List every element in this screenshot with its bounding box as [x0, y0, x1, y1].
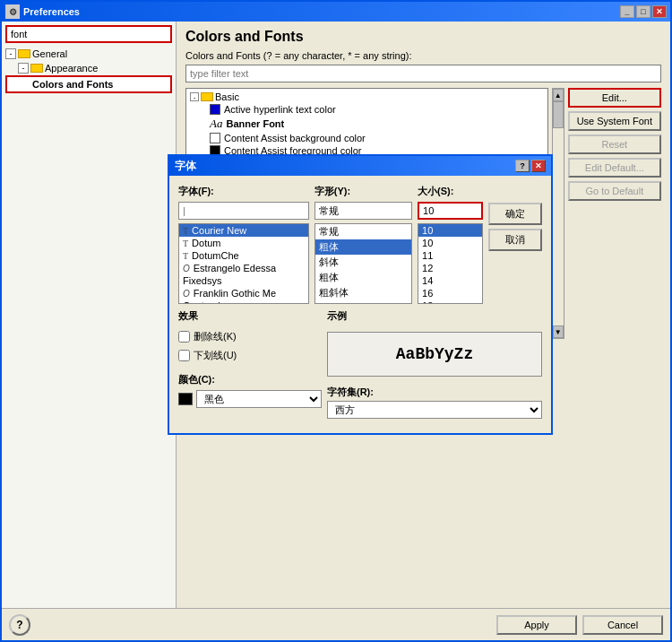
style-item-bold2[interactable]: 粗体: [315, 270, 411, 285]
charset-section: 字符集(R): 西方: [327, 386, 542, 419]
style-item-regular[interactable]: 常规: [315, 224, 411, 239]
strikethrough-label: 删除线(K): [194, 330, 237, 343]
ok-cancel-buttons: 确定 取消: [488, 185, 542, 304]
font-list-label: Courier New: [192, 225, 246, 236]
style-input[interactable]: [314, 202, 412, 220]
font-list-item-franklin[interactable]: O Franklin Gothic Me: [179, 287, 308, 299]
font-list-item-courier[interactable]: T Courier New: [179, 224, 308, 237]
folder-icon-basic: [201, 92, 213, 101]
size-item-10b[interactable]: 10: [418, 237, 482, 249]
help-button[interactable]: ?: [9, 614, 30, 636]
tree-scrollbar[interactable]: ▲ ▼: [552, 88, 564, 339]
size-label: 大小(S):: [418, 185, 483, 198]
font-list-item-estrangelo[interactable]: O Estrangelo Edessa: [179, 262, 308, 274]
font-list-item-fixedsys[interactable]: Fixedsys: [179, 274, 308, 287]
expand-appearance[interactable]: -: [18, 63, 29, 74]
cancel-button[interactable]: Cancel: [582, 615, 663, 635]
list-item-content-assist-bg[interactable]: Content Assist background color: [188, 132, 546, 144]
edit-button[interactable]: Edit...: [568, 88, 661, 108]
scroll-track: [553, 101, 564, 325]
size-list[interactable]: 10 10 11 12 14 16 18 20: [418, 223, 483, 304]
scroll-thumb[interactable]: [553, 101, 564, 128]
font-list-label: Dotum: [192, 238, 220, 248]
color-select[interactable]: 黑色: [196, 390, 322, 408]
window-title: Preferences: [23, 6, 80, 17]
charset-select[interactable]: 西方: [327, 401, 542, 419]
font-list-label: Fixedsys: [183, 275, 221, 286]
effects-column: 效果 删除线(K) 下划线(U) 颜色(C):: [178, 309, 322, 419]
preview-text: AaBbYyZz: [396, 345, 473, 363]
tree-node-basic[interactable]: - Basic: [188, 91, 546, 103]
tree-item-general[interactable]: - General: [5, 47, 172, 61]
font-list-item-gautami[interactable]: Gautami: [179, 299, 308, 304]
folder-icon-appearance: [30, 64, 43, 73]
tree-label-appearance: Appearance: [45, 63, 98, 74]
list-item-banner-font[interactable]: Aa Banner Font: [188, 116, 546, 132]
font-type-icon: O: [183, 264, 190, 273]
style-list[interactable]: 常规 粗体 斜体 粗体 粗斜体: [314, 223, 412, 304]
size-item-16[interactable]: 16: [418, 287, 482, 299]
apply-button[interactable]: Apply: [496, 615, 577, 635]
style-label-bold: 粗体: [319, 240, 339, 254]
dialog-help-button[interactable]: ?: [515, 160, 530, 172]
scroll-up-btn[interactable]: ▲: [553, 89, 564, 101]
style-label-regular: 常规: [319, 225, 339, 239]
style-item-italic[interactable]: 斜体: [315, 255, 411, 270]
style-item-bold[interactable]: 粗体: [315, 239, 411, 255]
go-to-default-button[interactable]: Go to Default: [568, 181, 661, 201]
color-section: 颜色(C): 黑色: [178, 373, 322, 408]
strikethrough-row: 删除线(K): [178, 330, 322, 343]
font-icon-banner: Aa: [210, 117, 222, 131]
size-item-11[interactable]: 11: [418, 249, 482, 262]
size-item-12[interactable]: 12: [418, 262, 482, 274]
close-button[interactable]: ✕: [652, 5, 667, 18]
underline-checkbox[interactable]: [178, 350, 190, 361]
list-item-active-hyperlink[interactable]: Active hyperlink text color: [188, 103, 546, 116]
size-column: 大小(S): 10 10 11 12 14 16 18 20: [418, 185, 483, 304]
font-label: 字体(F):: [178, 185, 309, 198]
size-input[interactable]: [418, 202, 483, 220]
preview-box: AaBbYyZz: [327, 332, 542, 377]
style-item-bolditalic[interactable]: 粗斜体: [315, 285, 411, 300]
font-type-icon: T: [183, 251, 188, 261]
font-list[interactable]: T Courier New T Dotum T DotumChe O: [178, 223, 309, 304]
filter-input[interactable]: [185, 65, 661, 82]
size-item-10a[interactable]: 10: [418, 224, 482, 237]
color-swatch-active-hyperlink: [210, 104, 220, 115]
dialog-cancel-button[interactable]: 取消: [488, 229, 542, 251]
expand-icon-basic[interactable]: -: [190, 92, 199, 101]
action-buttons: Edit... Use System Font Reset Edit Defau…: [568, 88, 661, 339]
size-item-18[interactable]: 18: [418, 299, 482, 304]
dialog-close-button[interactable]: ✕: [531, 160, 546, 172]
maximize-button[interactable]: □: [636, 5, 650, 18]
font-list-item-dotum[interactable]: T Dotum: [179, 237, 308, 249]
use-system-font-button[interactable]: Use System Font: [568, 111, 661, 131]
edit-default-button[interactable]: Edit Default...: [568, 158, 661, 178]
titlebar-controls: _ □ ✕: [620, 5, 667, 18]
strikethrough-checkbox[interactable]: [178, 331, 190, 343]
tree-item-appearance[interactable]: - Appearance: [5, 61, 172, 75]
effects-label: 效果: [178, 309, 322, 323]
color-swatch-content-assist-bg: [210, 133, 220, 143]
label-active-hyperlink: Active hyperlink text color: [224, 104, 336, 115]
font-list-item-dotumche[interactable]: T DotumChe: [179, 249, 308, 262]
expand-general[interactable]: -: [5, 48, 16, 59]
minimize-button[interactable]: _: [620, 5, 634, 18]
tree-item-colors-fonts[interactable]: Colors and Fonts: [5, 75, 172, 93]
bottom-bar: ? Apply Cancel: [2, 608, 670, 640]
dialog-body: 字体(F): T Courier New T Dotum T: [169, 176, 551, 433]
dialog-ok-button[interactable]: 确定: [488, 203, 542, 225]
font-list-label: Gautami: [183, 300, 220, 304]
reset-button[interactable]: Reset: [568, 134, 661, 154]
underline-row: 下划线(U): [178, 349, 322, 362]
size-item-14[interactable]: 14: [418, 274, 482, 287]
preview-column: 示例 AaBbYyZz 字符集(R): 西方: [327, 309, 542, 419]
search-input[interactable]: [5, 25, 172, 43]
left-panel: - General - Appearance Colors and Fonts: [2, 22, 177, 608]
style-label: 字形(Y):: [314, 185, 412, 198]
font-name-input[interactable]: [178, 202, 309, 220]
label-content-assist-bg: Content Assist background color: [224, 133, 366, 143]
charset-label: 字符集(R):: [327, 386, 542, 399]
dialog-title: 字体: [175, 159, 196, 174]
scroll-down-btn[interactable]: ▼: [553, 325, 564, 338]
